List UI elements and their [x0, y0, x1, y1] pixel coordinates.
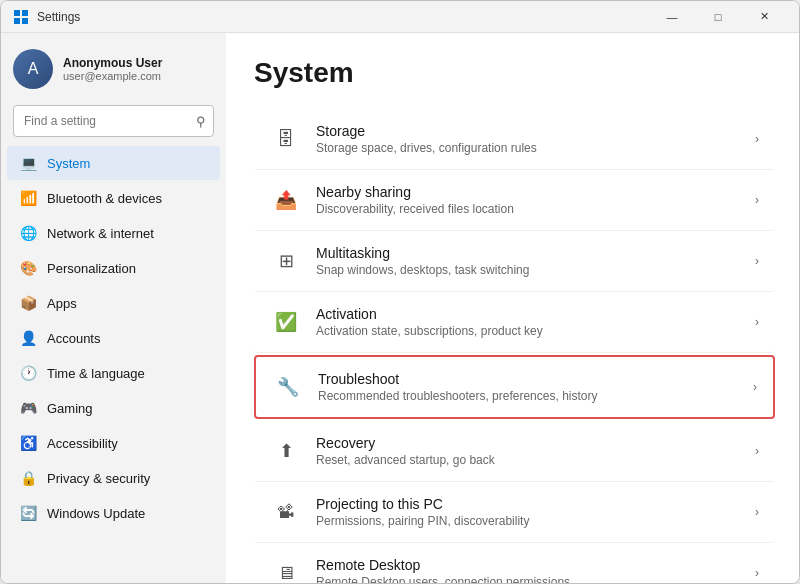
search-box: ⚲ — [13, 105, 214, 137]
sidebar-item-label-system: System — [47, 156, 90, 171]
sidebar-item-label-gaming: Gaming — [47, 401, 93, 416]
sidebar-item-label-time: Time & language — [47, 366, 145, 381]
sidebar-item-personalization[interactable]: 🎨Personalization — [7, 251, 220, 285]
accounts-nav-icon: 👤 — [19, 329, 37, 347]
settings-item-title-activation: Activation — [316, 306, 755, 322]
settings-item-title-remote-desktop: Remote Desktop — [316, 557, 755, 573]
troubleshoot-chevron-icon: › — [753, 380, 757, 394]
settings-item-troubleshoot[interactable]: 🔧TroubleshootRecommended troubleshooters… — [254, 355, 775, 419]
settings-item-desc-projecting: Permissions, pairing PIN, discoverabilit… — [316, 514, 755, 528]
settings-item-text-nearby-sharing: Nearby sharingDiscoverability, received … — [316, 184, 755, 216]
nearby-sharing-settings-icon: 📤 — [270, 184, 302, 216]
settings-item-title-nearby-sharing: Nearby sharing — [316, 184, 755, 200]
search-input[interactable] — [13, 105, 214, 137]
sidebar-item-label-privacy: Privacy & security — [47, 471, 150, 486]
sidebar-item-label-bluetooth: Bluetooth & devices — [47, 191, 162, 206]
settings-list: 🗄StorageStorage space, drives, configura… — [254, 109, 775, 583]
avatar: A — [13, 49, 53, 89]
settings-item-desc-multitasking: Snap windows, desktops, task switching — [316, 263, 755, 277]
settings-item-multitasking[interactable]: ⊞MultitaskingSnap windows, desktops, tas… — [254, 231, 775, 292]
sidebar-item-apps[interactable]: 📦Apps — [7, 286, 220, 320]
settings-item-title-projecting: Projecting to this PC — [316, 496, 755, 512]
main-content: System 🗄StorageStorage space, drives, co… — [226, 33, 799, 583]
settings-item-activation[interactable]: ✅ActivationActivation state, subscriptio… — [254, 292, 775, 353]
close-button[interactable]: ✕ — [741, 1, 787, 33]
content-area: A Anonymous User user@example.com ⚲ 💻Sys… — [1, 33, 799, 583]
accessibility-nav-icon: ♿ — [19, 434, 37, 452]
user-email: user@example.com — [63, 70, 214, 82]
gaming-nav-icon: 🎮 — [19, 399, 37, 417]
settings-item-desc-storage: Storage space, drives, configuration rul… — [316, 141, 755, 155]
search-icon: ⚲ — [196, 114, 206, 129]
sidebar-item-label-personalization: Personalization — [47, 261, 136, 276]
settings-item-text-troubleshoot: TroubleshootRecommended troubleshooters,… — [318, 371, 753, 403]
svg-rect-2 — [14, 18, 20, 24]
sidebar-item-label-apps: Apps — [47, 296, 77, 311]
privacy-nav-icon: 🔒 — [19, 469, 37, 487]
recovery-settings-icon: ⬆ — [270, 435, 302, 467]
settings-item-nearby-sharing[interactable]: 📤Nearby sharingDiscoverability, received… — [254, 170, 775, 231]
settings-item-title-recovery: Recovery — [316, 435, 755, 451]
settings-item-title-multitasking: Multitasking — [316, 245, 755, 261]
window-controls: — □ ✕ — [649, 1, 787, 33]
remote-desktop-chevron-icon: › — [755, 566, 759, 580]
sidebar-item-bluetooth[interactable]: 📶Bluetooth & devices — [7, 181, 220, 215]
maximize-button[interactable]: □ — [695, 1, 741, 33]
app-icon — [13, 9, 29, 25]
apps-nav-icon: 📦 — [19, 294, 37, 312]
nearby-sharing-chevron-icon: › — [755, 193, 759, 207]
bluetooth-nav-icon: 📶 — [19, 189, 37, 207]
sidebar-item-privacy[interactable]: 🔒Privacy & security — [7, 461, 220, 495]
settings-item-title-storage: Storage — [316, 123, 755, 139]
activation-settings-icon: ✅ — [270, 306, 302, 338]
sidebar-item-gaming[interactable]: 🎮Gaming — [7, 391, 220, 425]
sidebar-item-label-network: Network & internet — [47, 226, 154, 241]
settings-window: Settings — □ ✕ A Anonymous User user@exa… — [0, 0, 800, 584]
sidebar-item-accessibility[interactable]: ♿Accessibility — [7, 426, 220, 460]
sidebar-item-system[interactable]: 💻System — [7, 146, 220, 180]
svg-rect-1 — [22, 10, 28, 16]
settings-item-text-projecting: Projecting to this PCPermissions, pairin… — [316, 496, 755, 528]
user-info: Anonymous User user@example.com — [63, 56, 214, 82]
storage-chevron-icon: › — [755, 132, 759, 146]
sidebar-item-accounts[interactable]: 👤Accounts — [7, 321, 220, 355]
network-nav-icon: 🌐 — [19, 224, 37, 242]
projecting-chevron-icon: › — [755, 505, 759, 519]
settings-item-remote-desktop[interactable]: 🖥Remote DesktopRemote Desktop users, con… — [254, 543, 775, 583]
sidebar-item-label-update: Windows Update — [47, 506, 145, 521]
settings-item-desc-remote-desktop: Remote Desktop users, connection permiss… — [316, 575, 755, 583]
activation-chevron-icon: › — [755, 315, 759, 329]
settings-item-projecting[interactable]: 📽Projecting to this PCPermissions, pairi… — [254, 482, 775, 543]
multitasking-chevron-icon: › — [755, 254, 759, 268]
multitasking-settings-icon: ⊞ — [270, 245, 302, 277]
settings-item-text-multitasking: MultitaskingSnap windows, desktops, task… — [316, 245, 755, 277]
settings-item-text-recovery: RecoveryReset, advanced startup, go back — [316, 435, 755, 467]
settings-item-text-storage: StorageStorage space, drives, configurat… — [316, 123, 755, 155]
sidebar: A Anonymous User user@example.com ⚲ 💻Sys… — [1, 33, 226, 583]
remote-desktop-settings-icon: 🖥 — [270, 557, 302, 583]
sidebar-item-time[interactable]: 🕐Time & language — [7, 356, 220, 390]
system-nav-icon: 💻 — [19, 154, 37, 172]
update-nav-icon: 🔄 — [19, 504, 37, 522]
sidebar-item-network[interactable]: 🌐Network & internet — [7, 216, 220, 250]
settings-item-text-remote-desktop: Remote DesktopRemote Desktop users, conn… — [316, 557, 755, 583]
settings-item-title-troubleshoot: Troubleshoot — [318, 371, 753, 387]
settings-item-recovery[interactable]: ⬆RecoveryReset, advanced startup, go bac… — [254, 421, 775, 482]
time-nav-icon: 🕐 — [19, 364, 37, 382]
settings-item-storage[interactable]: 🗄StorageStorage space, drives, configura… — [254, 109, 775, 170]
settings-item-desc-nearby-sharing: Discoverability, received files location — [316, 202, 755, 216]
sidebar-item-update[interactable]: 🔄Windows Update — [7, 496, 220, 530]
settings-item-text-activation: ActivationActivation state, subscription… — [316, 306, 755, 338]
minimize-button[interactable]: — — [649, 1, 695, 33]
nav-list: 💻System📶Bluetooth & devices🌐Network & in… — [1, 145, 226, 531]
personalization-nav-icon: 🎨 — [19, 259, 37, 277]
svg-rect-3 — [22, 18, 28, 24]
titlebar-text: Settings — [37, 10, 649, 24]
sidebar-item-label-accounts: Accounts — [47, 331, 100, 346]
user-name: Anonymous User — [63, 56, 214, 70]
user-section: A Anonymous User user@example.com — [1, 33, 226, 101]
storage-settings-icon: 🗄 — [270, 123, 302, 155]
page-title: System — [254, 57, 775, 89]
sidebar-item-label-accessibility: Accessibility — [47, 436, 118, 451]
settings-item-desc-activation: Activation state, subscriptions, product… — [316, 324, 755, 338]
